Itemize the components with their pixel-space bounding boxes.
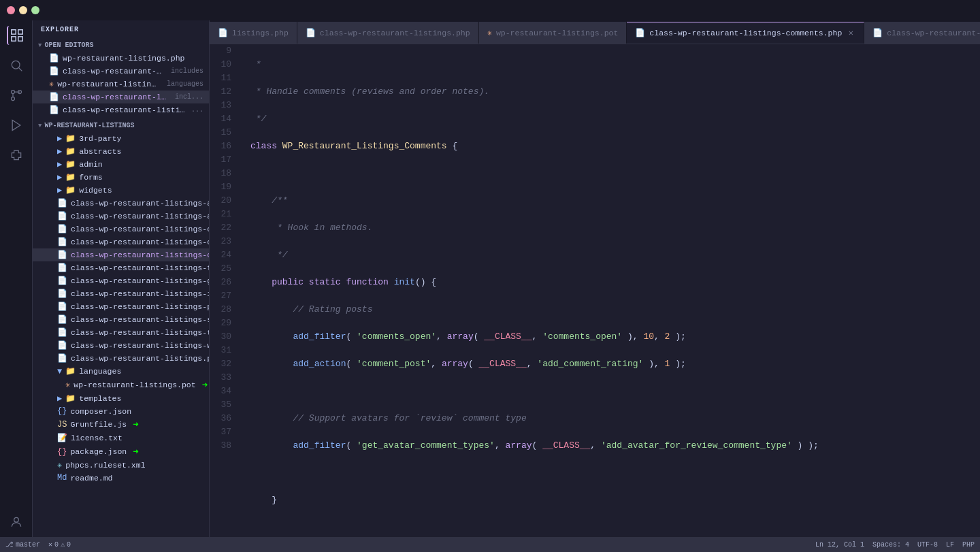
folder-icon-admin: ▶	[57, 159, 62, 169]
project-root-section[interactable]: ▼ WP-RESTAURANT-LISTINGS	[33, 119, 209, 132]
php-icon-cache: 📄	[57, 224, 67, 234]
main-layout: EXPLORER ▼ OPEN EDITORS 📄 wp-restaurant-…	[0, 20, 980, 537]
open-file-wp-restaurant-listings[interactable]: 📄 wp-restaurant-listings.php	[33, 52, 209, 65]
file-category-walker[interactable]: 📄 class-wp-restaurant-listings-category-…	[33, 236, 209, 248]
folder-3rd-party[interactable]: ▶ 📁 3rd-party	[33, 132, 209, 145]
file-pot-languages[interactable]: ✳ wp-restaurant-listings.pot ➜	[33, 378, 209, 392]
sidebar: EXPLORER ▼ OPEN EDITORS 📄 wp-restaurant-…	[33, 20, 210, 537]
ln-11: 11	[215, 71, 231, 85]
filename-package: package.json	[70, 447, 127, 456]
file-comments-active[interactable]: 📄 class-wp-restaurant-listings-comments.…	[33, 248, 209, 261]
status-branch[interactable]: ⎇ master	[5, 540, 40, 549]
code-content: * * Handle comments (reviews and order n…	[240, 44, 980, 537]
file-license[interactable]: 📝 license.txt	[33, 432, 209, 444]
php-icon-comments: 📄	[57, 250, 67, 260]
ln-21: 21	[215, 208, 231, 221]
tab-listings[interactable]: 📄 listings.php	[210, 22, 297, 44]
tab-bar: 📄 listings.php 📄 class-wp-restaurant-lis…	[210, 20, 980, 44]
warning-count: 0	[67, 541, 71, 549]
filename-composer: composer.json	[70, 407, 131, 416]
ln-37: 37	[215, 425, 231, 439]
pot-file-icon: ✳	[49, 79, 54, 89]
ln-29: 29	[215, 316, 231, 330]
php-file-icon-5: 📄	[49, 105, 59, 115]
close-dot[interactable]	[7, 6, 15, 14]
filename-phpcs: phpcs.ruleset.xml	[65, 461, 145, 470]
php-icon-api: 📄	[57, 211, 67, 221]
php-icon-main: 📄	[57, 353, 67, 363]
filename-api: class-wp-restaurant-listings-api.php	[71, 212, 209, 221]
extensions-activity-icon[interactable]	[7, 146, 26, 165]
tab-pot[interactable]: ✳ wp-restaurant-listings.pot	[479, 22, 627, 44]
status-language[interactable]: PHP	[962, 541, 975, 549]
spaces-label: Spaces: 4	[872, 541, 909, 549]
folder-widgets[interactable]: ▶ 📁 widgets	[33, 184, 209, 197]
file-widget[interactable]: 📄 class-wp-restaurant-listings-widget.ph…	[33, 339, 209, 352]
minimize-dot[interactable]	[19, 6, 27, 14]
folder-emoji-3rdparty: 📁	[65, 133, 76, 144]
file-install[interactable]: 📄 class-wp-restaurant-listings-install.p…	[33, 287, 209, 300]
tab-comments-active[interactable]: 📄 class-wp-restaurant-listings-comments.…	[627, 22, 864, 44]
folder-forms[interactable]: ▶ 📁 forms	[33, 171, 209, 184]
file-post-types[interactable]: 📄 class-wp-restaurant-listings-post-type…	[33, 300, 209, 313]
status-encoding: UTF-8	[917, 541, 938, 549]
open-file-cache[interactable]: 📄 class-wp-restaurant-listings-cache-hel…	[33, 103, 209, 116]
folder-templates[interactable]: ▶ 📁 templates	[33, 392, 209, 405]
status-line-ending: LF	[946, 541, 954, 549]
debug-activity-icon[interactable]	[7, 116, 26, 135]
file-template-loader[interactable]: 📄 class-wp-restaurant-listings-template-…	[33, 326, 209, 339]
file-shortcodes[interactable]: 📄 class-wp-restaurant-listings-shortcode…	[33, 313, 209, 326]
php-icon-template: 📄	[57, 327, 67, 338]
folder-languages[interactable]: ▼ 📁 languages	[33, 365, 209, 378]
open-file-label-4: incl...	[175, 93, 203, 101]
filename-template: class-wp-restaurant-listings-template-lo…	[71, 328, 209, 337]
folder-admin[interactable]: ▶ 📁 admin	[33, 158, 209, 171]
error-count: 0	[54, 541, 59, 549]
code-line-12: class WP_Restaurant_Listings_Comments {	[250, 140, 969, 153]
open-editors-label: OPEN EDITORS	[44, 42, 93, 49]
php-icon-widget: 📄	[57, 340, 67, 351]
ln-12: 12	[215, 85, 231, 99]
language-label: PHP	[962, 541, 975, 549]
filename-geocode: class-wp-restaurant-listings-geocode.php	[71, 276, 209, 285]
git-activity-icon[interactable]	[7, 86, 26, 105]
folder-abstracts[interactable]: ▶ 📁 abstracts	[33, 145, 209, 158]
code-line-26	[250, 521, 969, 534]
open-file-pot[interactable]: ✳ wp-restaurant-listings.pot languages	[33, 78, 209, 91]
maximize-dot[interactable]	[31, 6, 39, 14]
account-activity-icon[interactable]	[7, 513, 26, 532]
file-gruntfile[interactable]: JS Gruntfile.js ➜	[33, 417, 209, 432]
code-editor[interactable]: 9 10 11 12 13 14 15 16 17 18 19 20 21 22…	[210, 44, 980, 537]
status-errors[interactable]: ✕ 0 ⚠ 0	[48, 540, 71, 549]
folder-name-abstracts: abstracts	[79, 147, 121, 156]
file-package[interactable]: {} package.json ➜	[33, 444, 209, 459]
file-main-class[interactable]: 📄 class-wp-restaurant-listings.php	[33, 352, 209, 365]
file-readme[interactable]: Md readme.md	[33, 472, 209, 484]
tab-cache-helper[interactable]: 📄 class-wp-restaurant-listings-cache-hel…	[864, 22, 980, 44]
ln-13: 13	[215, 99, 231, 112]
open-file-label-2: includes	[171, 67, 203, 75]
folder-name-admin: admin	[79, 160, 103, 169]
file-forms[interactable]: 📄 class-wp-restaurant-listings-forms.php	[33, 261, 209, 274]
project-root-label: WP-RESTAURANT-LISTINGS	[44, 122, 134, 129]
code-line-19: add_filter( 'comments_open', array( __CL…	[250, 330, 969, 344]
file-api[interactable]: 📄 class-wp-restaurant-listings-api.php	[33, 210, 209, 223]
search-activity-icon[interactable]	[7, 56, 26, 75]
code-line-17: public static function init() {	[250, 276, 969, 289]
file-geocode[interactable]: 📄 class-wp-restaurant-listings-geocode.p…	[33, 274, 209, 287]
file-ajax[interactable]: 📄 class-wp-restaurant-listings-ajax.php	[33, 197, 209, 210]
open-editors-section[interactable]: ▼ OPEN EDITORS	[33, 39, 209, 52]
file-cache-helper[interactable]: 📄 class-wp-restaurant-listings-cache-hel…	[33, 223, 209, 236]
folder-emoji-admin: 📁	[65, 159, 76, 169]
open-editors-list: 📄 wp-restaurant-listings.php 📄 class-wp-…	[33, 52, 209, 116]
tab-class-wp[interactable]: 📄 class-wp-restaurant-listings.php	[297, 22, 479, 44]
open-file-class-wp[interactable]: 📄 class-wp-restaurant-listings.php inclu…	[33, 65, 209, 78]
open-filename-4: class-wp-restaurant-listings-comments.ph…	[63, 93, 169, 101]
explorer-activity-icon[interactable]	[7, 26, 26, 45]
file-phpcs[interactable]: ✳ phpcs.ruleset.xml	[33, 459, 209, 472]
tab-icon-classwp: 📄	[306, 28, 316, 38]
open-file-comments[interactable]: 📄 class-wp-restaurant-listings-comments.…	[33, 91, 209, 103]
tab-close-comments[interactable]: ✕	[846, 29, 855, 38]
folder-icon-templates: ▶	[57, 393, 62, 404]
file-composer[interactable]: {} composer.json	[33, 405, 209, 417]
